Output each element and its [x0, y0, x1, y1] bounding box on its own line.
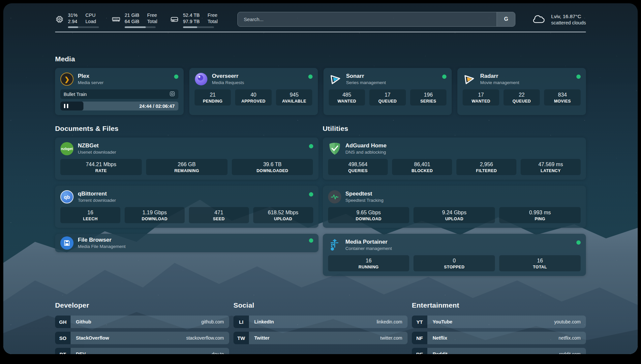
memory-values: 21 GiB64 GiB — [125, 12, 139, 25]
memory-progress-track — [125, 26, 156, 28]
adguard-card[interactable]: AdGuard Home DNS and adblocking 498,564 … — [323, 137, 586, 180]
memory-labels: FreeTotal — [147, 12, 157, 25]
github-abbr: GH — [55, 316, 71, 328]
nzbget-status-dot — [309, 144, 313, 148]
reddit-name: Reddit — [433, 351, 447, 354]
qbittorrent-stat-seed: 471 SEED — [189, 207, 249, 223]
memory-progress-fill — [125, 26, 146, 28]
speedtest-stat-ping: 0.993 ms PING — [499, 207, 581, 223]
portainer-name: Media Portainer — [346, 238, 392, 246]
search-area: G — [237, 12, 515, 27]
system-stats: 31%2.94 CPULoad — [55, 12, 218, 28]
plex-progress-bar[interactable]: 24:44 / 02:06:47 — [60, 102, 178, 110]
adguard-desc: DNS and adblocking — [346, 149, 387, 155]
overseerr-card[interactable]: Overseerr Media Requests 21 PENDING 40 A… — [189, 68, 318, 115]
qbittorrent-stat-leech: 16 LEECH — [60, 207, 120, 223]
qbittorrent-status-dot — [309, 192, 313, 197]
filebrowser-desc: Media File Management — [78, 244, 126, 250]
disk-progress-fill — [183, 26, 197, 28]
bookmark-linkedin[interactable]: LI LinkedIn linkedin.com — [233, 316, 408, 328]
overseerr-status-dot — [308, 75, 313, 79]
portainer-card[interactable]: Media Portainer Container management 16 … — [323, 234, 586, 276]
radarr-status-dot — [576, 75, 581, 79]
pause-icon[interactable] — [64, 104, 68, 108]
plex-icon: ❯ — [60, 73, 74, 86]
nzbget-card[interactable]: nzbget NZBGet Usenet downloader 744.21 M… — [55, 137, 319, 180]
radarr-stat-queued: 22 QUEUED — [504, 89, 540, 106]
bookmark-reddit[interactable]: RE Reddit reddit.com — [412, 348, 586, 354]
nzbget-icon: nzbget — [60, 142, 74, 155]
bookmark-stackoverflow[interactable]: SO StackOverflow stackoverflow.com — [55, 332, 229, 344]
bookmark-netflix[interactable]: NF Netflix netflix.com — [412, 332, 586, 344]
bookmark-github[interactable]: GH Github github.com — [55, 316, 229, 328]
bookmark-group-developer: Developer GH Github github.com SO StackO… — [55, 300, 229, 354]
overseerr-name: Overseerr — [212, 73, 244, 80]
cpu-stat: 31%2.94 CPULoad — [55, 12, 99, 28]
portainer-stat-stopped: 0 STOPPED — [413, 255, 495, 271]
radarr-stat-movies: 834 MOVIES — [544, 89, 581, 106]
radarr-icon — [463, 73, 476, 86]
reddit-url: reddit.com — [559, 351, 581, 354]
entertainment-group-title: Entertainment — [412, 300, 586, 310]
disk-values: 52.4 TB97.9 TB — [183, 12, 200, 25]
sonarr-status-dot — [442, 75, 446, 79]
disk-labels: FreeTotal — [208, 12, 218, 25]
media-settings-icon[interactable] — [169, 91, 175, 98]
reddit-abbr: RE — [412, 348, 427, 354]
qbittorrent-stat-download: 1.19 Gbps DOWNLOAD — [125, 207, 185, 223]
qbittorrent-stat-upload: 618.52 Mbps UPLOAD — [253, 207, 313, 223]
cloud-icon — [533, 13, 546, 26]
speedtest-desc: Speedtest Tracking — [346, 197, 384, 203]
disk-icon — [170, 15, 179, 28]
disk-stat: 52.4 TB97.9 TB FreeTotal — [170, 12, 218, 28]
portainer-stat-running: 16 RUNNING — [328, 255, 410, 271]
adguard-stat-latency: 47.569 ms LATENCY — [521, 159, 581, 175]
portainer-icon — [328, 238, 341, 252]
filebrowser-name: File Browser — [78, 236, 126, 244]
bookmark-group-entertainment: Entertainment YT YouTube youtube.com NF … — [412, 300, 586, 354]
search-engine-button[interactable]: G — [497, 12, 515, 26]
sonarr-name: Sonarr — [346, 73, 386, 80]
twitter-url: twitter.com — [380, 335, 402, 341]
filebrowser-card[interactable]: File Browser Media File Management — [55, 234, 319, 252]
adguard-stat-queries: 498,564 QUERIES — [328, 159, 388, 175]
linkedin-url: linkedin.com — [377, 319, 402, 324]
bookmark-twitter[interactable]: TW Twitter twitter.com — [233, 332, 408, 344]
netflix-name: Netflix — [433, 335, 447, 341]
radarr-card[interactable]: Radarr Movie management 17 WANTED 22 QUE… — [457, 68, 586, 115]
weather-location-temp: Lviv, 16.87°C — [551, 13, 586, 20]
media-section-title: Media — [55, 54, 586, 64]
speedtest-card[interactable]: Speedtest Speedtest Tracking 9.65 Gbps D… — [323, 186, 586, 228]
youtube-abbr: YT — [412, 316, 427, 328]
search-input[interactable] — [238, 12, 497, 26]
plex-time: 24:44 / 02:06:47 — [139, 104, 175, 109]
plex-desc: Media server — [78, 80, 104, 86]
github-url: github.com — [201, 319, 224, 324]
overseerr-stat-pending: 21 PENDING — [195, 89, 231, 106]
bookmark-youtube[interactable]: YT YouTube youtube.com — [412, 316, 586, 328]
qbittorrent-card[interactable]: qb qBittorrent Torrent downloader 16 LEE… — [55, 186, 319, 228]
twitter-abbr: TW — [233, 332, 249, 344]
dashboard-content: 31%2.94 CPULoad — [3, 3, 638, 354]
adguard-name: AdGuard Home — [346, 142, 387, 149]
netflix-url: netflix.com — [559, 335, 581, 341]
speedtest-stat-upload: 9.24 Gbps UPLOAD — [413, 207, 495, 223]
section-documents: Documents & Files nzbget NZBGet Usenet d… — [55, 124, 319, 282]
sonarr-card[interactable]: Sonarr Series management 485 WANTED 17 Q… — [323, 68, 452, 115]
plex-card[interactable]: ❯ Plex Media server Bullet Train — [55, 68, 184, 115]
sonarr-stat-series: 196 SERIES — [410, 89, 447, 106]
social-group-title: Social — [233, 300, 408, 310]
sonarr-stat-queued: 17 QUEUED — [369, 89, 406, 106]
plex-now-playing: Bullet Train — [60, 89, 178, 99]
top-bar: 31%2.94 CPULoad — [55, 3, 586, 28]
adguard-stat-filtered: 2,956 FILTERED — [456, 159, 516, 175]
memory-icon — [111, 15, 121, 28]
bookmark-dev[interactable]: DT DEV dev.to — [55, 348, 229, 354]
memory-stat: 21 GiB64 GiB FreeTotal — [111, 12, 157, 28]
cpu-progress-fill — [68, 26, 78, 28]
portainer-desc: Container management — [346, 246, 392, 252]
nzbget-stat-downloaded: 39.6 TB DOWNLOADED — [232, 159, 313, 175]
bookmark-group-social: Social LI LinkedIn linkedin.com TW Twitt… — [233, 300, 408, 354]
linkedin-name: LinkedIn — [254, 319, 274, 324]
bookmarks-area: Developer GH Github github.com SO StackO… — [55, 300, 586, 354]
